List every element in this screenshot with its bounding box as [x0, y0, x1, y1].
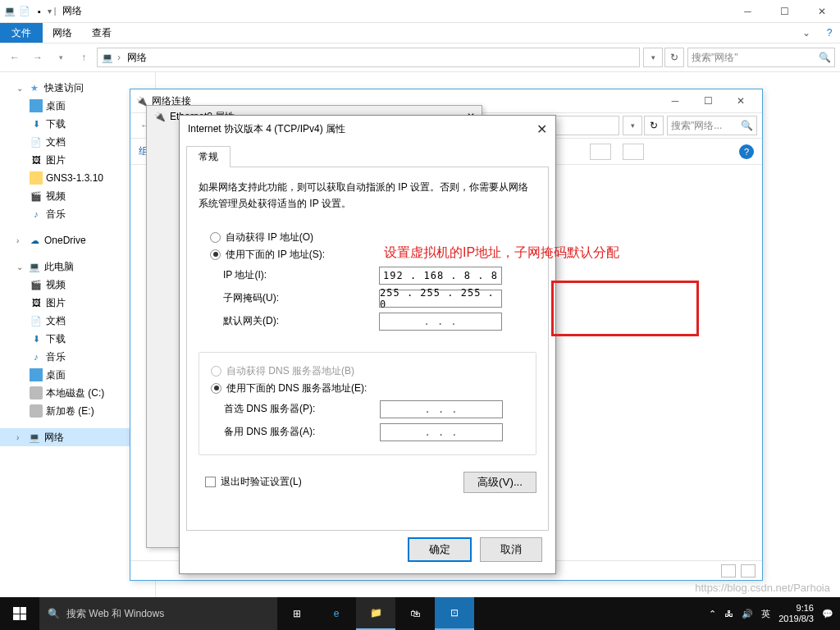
- back-button[interactable]: ←: [5, 48, 25, 67]
- up-button[interactable]: ↑: [74, 48, 94, 67]
- view-large-icon[interactable]: [741, 564, 756, 578]
- help-icon[interactable]: ?: [819, 23, 840, 43]
- close-button[interactable]: ✕: [536, 121, 547, 137]
- ok-button[interactable]: 确定: [408, 537, 472, 562]
- search-icon: 🔍: [48, 608, 60, 619]
- radio-auto-dns: 自动获得 DNS 服务器地址(B): [211, 364, 531, 378]
- file-tab[interactable]: 文件: [0, 23, 43, 43]
- view-details-icon[interactable]: [721, 564, 736, 578]
- advanced-button[interactable]: 高级(V)...: [463, 472, 536, 493]
- search-input[interactable]: 搜索"网络" 🔍: [687, 48, 835, 67]
- dialog-description: 如果网络支持此功能，则可以获取自动指派的 IP 设置。否则，你需要从网络系统管理…: [199, 179, 536, 212]
- window-title: 网络: [62, 4, 82, 18]
- volume-icon[interactable]: 🔊: [742, 609, 753, 619]
- tcpip-properties-dialog: Internet 协议版本 4 (TCP/IPv4) 属性 ✕ 常规 如果网络支…: [179, 115, 556, 574]
- breadcrumb[interactable]: 网络: [124, 51, 150, 65]
- ip-address-input[interactable]: 192 . 168 . 8 . 8: [379, 267, 502, 285]
- view-button[interactable]: [590, 144, 611, 160]
- preview-button[interactable]: [623, 144, 644, 160]
- ribbon-tabs: 文件 网络 查看 ⌄ ?: [0, 23, 840, 43]
- recent-dropdown[interactable]: ▾: [51, 48, 71, 67]
- system-tray: ⌃ 🖧 🔊 英 9:162019/8/3 💬: [702, 603, 840, 624]
- location-icon: 💻: [101, 51, 114, 64]
- tab-general[interactable]: 常规: [186, 146, 231, 167]
- network-tab[interactable]: 网络: [43, 23, 82, 43]
- tray-up-icon[interactable]: ⌃: [709, 609, 716, 619]
- gateway-input[interactable]: . . .: [379, 313, 502, 331]
- cancel-button[interactable]: 取消: [480, 537, 542, 562]
- radio-manual-dns[interactable]: 使用下面的 DNS 服务器地址(E):: [211, 381, 531, 395]
- alternate-dns-label: 备用 DNS 服务器(A):: [224, 425, 380, 439]
- search-icon: 🔍: [819, 52, 831, 63]
- settings-taskbar-icon[interactable]: ⊡: [435, 597, 474, 630]
- maximize-button[interactable]: ☐: [692, 89, 724, 112]
- taskbar-search[interactable]: 🔍搜索 Web 和 Windows: [39, 597, 277, 630]
- addr-dropdown[interactable]: ▾: [623, 116, 642, 135]
- forward-button[interactable]: →: [28, 48, 48, 67]
- search-icon: 🔍: [741, 120, 753, 131]
- preferred-dns-input[interactable]: . . .: [380, 400, 503, 418]
- preferred-dns-label: 首选 DNS 服务器(P):: [224, 402, 380, 416]
- network-tray-icon[interactable]: 🖧: [724, 609, 733, 619]
- qat-dropdown[interactable]: ▾ |: [48, 7, 56, 16]
- nc-search-input[interactable]: 搜索"网络...🔍: [667, 116, 757, 135]
- store-icon[interactable]: 🛍: [395, 597, 435, 630]
- validate-label: 退出时验证设置(L): [221, 475, 302, 489]
- watermark-text: https://blog.csdn.net/Parhoia: [695, 582, 830, 594]
- ip-address-label: IP 地址(I):: [223, 268, 379, 282]
- validate-checkbox[interactable]: [205, 477, 216, 487]
- radio-auto-ip[interactable]: 自动获得 IP 地址(O): [210, 231, 532, 244]
- action-center-icon[interactable]: 💬: [822, 609, 833, 619]
- taskbar: 🔍搜索 Web 和 Windows ⊞ e 📁 🛍 ⊡ ⌃ 🖧 🔊 英 9:16…: [0, 597, 840, 630]
- maximize-button[interactable]: ☐: [766, 0, 803, 23]
- alternate-dns-input[interactable]: . . .: [380, 423, 503, 441]
- explorer-titlebar: 💻 📄 ▪ ▾ | 网络 ─ ☐ ✕: [0, 0, 840, 23]
- address-bar[interactable]: 💻 › 网络: [97, 48, 640, 67]
- dialog-title: Internet 协议版本 4 (TCP/IPv4) 属性: [188, 122, 345, 136]
- window-icon: 💻: [3, 5, 16, 18]
- qat-item[interactable]: ▪: [33, 5, 46, 18]
- addr-dropdown[interactable]: ▾: [643, 48, 663, 67]
- subnet-mask-input[interactable]: 255 . 255 . 255 . 0: [379, 290, 502, 308]
- refresh-button[interactable]: ↻: [664, 48, 684, 67]
- qat-item[interactable]: 📄: [18, 5, 31, 18]
- edge-icon[interactable]: e: [317, 597, 356, 630]
- subnet-mask-label: 子网掩码(U):: [223, 291, 379, 305]
- ribbon-expand-icon[interactable]: ⌄: [794, 23, 819, 43]
- minimize-button[interactable]: ─: [729, 0, 766, 23]
- start-button[interactable]: [0, 597, 39, 630]
- clock[interactable]: 9:162019/8/3: [778, 603, 814, 624]
- minimize-button[interactable]: ─: [659, 89, 692, 112]
- view-tab[interactable]: 查看: [82, 23, 121, 43]
- dialog-titlebar: Internet 协议版本 4 (TCP/IPv4) 属性 ✕: [180, 116, 555, 142]
- refresh-button[interactable]: ↻: [644, 116, 664, 135]
- annotation-box: [551, 281, 699, 336]
- gateway-label: 默认网关(D):: [223, 314, 379, 328]
- close-button[interactable]: ✕: [803, 0, 840, 23]
- close-button[interactable]: ✕: [724, 89, 757, 112]
- explorer-taskbar-icon[interactable]: 📁: [356, 597, 395, 630]
- annotation-text: 设置虚拟机的IP地址，子网掩码默认分配: [384, 244, 619, 262]
- ime-icon[interactable]: 英: [761, 608, 770, 620]
- help-icon[interactable]: ?: [739, 144, 754, 159]
- address-bar-row: ← → ▾ ↑ 💻 › 网络 ▾ ↻ 搜索"网络" 🔍: [0, 43, 840, 72]
- task-view-icon[interactable]: ⊞: [277, 597, 317, 630]
